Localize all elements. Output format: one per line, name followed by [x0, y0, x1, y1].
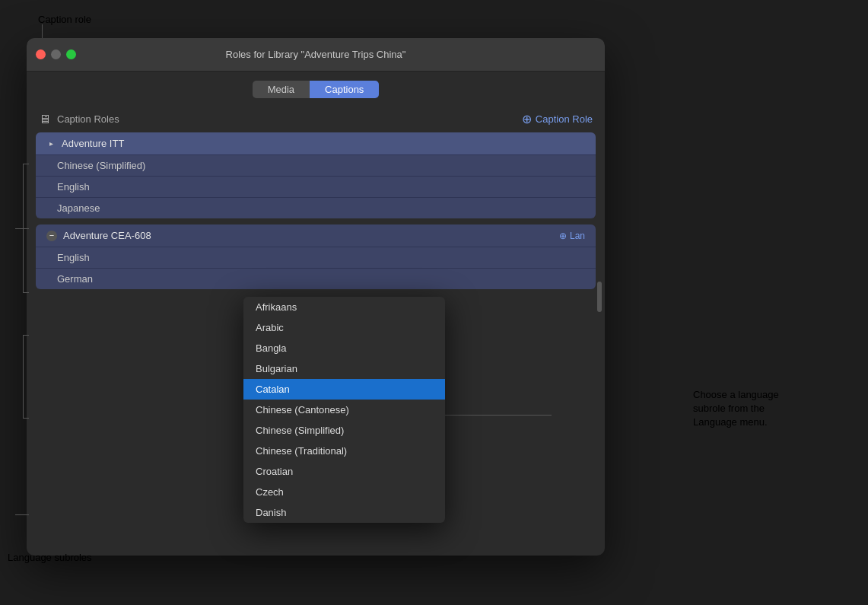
subrole-english-itt[interactable]: English — [36, 176, 596, 197]
dropdown-item-chinese-simplified[interactable]: Chinese (Simplified) — [243, 420, 445, 441]
cea-left: − Adventure CEA-608 — [46, 230, 151, 241]
callout-annotation: Choose a languagesubrole from theLanguag… — [693, 388, 822, 430]
callout-line — [445, 415, 552, 416]
role-group-adventure-itt: ▸ Adventure ITT Chinese (Simplified) Eng… — [36, 132, 596, 218]
section-header: 🖥 Caption Roles ⊕ Caption Role — [27, 106, 605, 132]
titlebar: Roles for Library "Adventure Trips China… — [27, 38, 605, 72]
role-group-header-cea[interactable]: − Adventure CEA-608 ⊕ Lan — [36, 224, 596, 247]
dropdown-item-catalan[interactable]: Catalan — [243, 379, 445, 400]
subrole-german[interactable]: German — [36, 268, 596, 289]
dropdown-item-croatian[interactable]: Croatian — [243, 461, 445, 482]
cea-add-label: Lan — [570, 231, 585, 241]
dropdown-item-bulgarian[interactable]: Bulgarian — [243, 358, 445, 379]
section-header-left: 🖥 Caption Roles — [39, 113, 119, 126]
language-dropdown: Afrikaans Arabic Bangla Bulgarian Catala… — [243, 297, 445, 523]
caption-roles-label: Caption Roles — [57, 113, 119, 125]
dropdown-item-danish[interactable]: Danish — [243, 502, 445, 523]
caption-roles-icon: 🖥 — [39, 113, 51, 126]
tabs-row: Media Captions — [27, 72, 605, 106]
dropdown-item-czech[interactable]: Czech — [243, 482, 445, 502]
tab-captions[interactable]: Captions — [310, 81, 379, 98]
bottom-connector-line — [15, 514, 29, 515]
minimize-button[interactable] — [51, 49, 61, 59]
dropdown-item-arabic[interactable]: Arabic — [243, 317, 445, 338]
cea-add-icon: ⊕ — [559, 231, 567, 241]
language-subroles-bracket — [23, 335, 29, 419]
top-connector-line — [15, 228, 29, 229]
dropdown-item-chinese-traditional[interactable]: Chinese (Traditional) — [243, 441, 445, 461]
language-subroles-annotation: Language subroles — [8, 552, 92, 563]
scrollbar[interactable] — [597, 282, 602, 312]
add-icon: ⊕ — [522, 112, 532, 126]
collapse-icon-itt: ▸ — [46, 139, 56, 148]
add-caption-role-label: Caption Role — [536, 113, 593, 125]
dropdown-item-afrikaans[interactable]: Afrikaans — [243, 297, 445, 317]
maximize-button[interactable] — [66, 49, 76, 59]
add-caption-role-btn[interactable]: ⊕ Caption Role — [522, 112, 593, 126]
subrole-japanese[interactable]: Japanese — [36, 197, 596, 218]
role-group-name-cea: Adventure CEA-608 — [63, 230, 151, 241]
subrole-english-cea[interactable]: English — [36, 247, 596, 268]
role-group-name-itt: Adventure ITT — [62, 138, 124, 149]
window-title: Roles for Library "Adventure Trips China… — [226, 49, 406, 60]
close-button[interactable] — [36, 49, 46, 59]
cea-add-btn[interactable]: ⊕ Lan — [559, 231, 585, 241]
collapse-icon-cea: − — [46, 231, 57, 241]
dropdown-item-chinese-cantonese[interactable]: Chinese (Cantonese) — [243, 400, 445, 420]
dropdown-item-bangla[interactable]: Bangla — [243, 338, 445, 358]
caption-role-annotation: Caption role — [38, 14, 91, 25]
role-group-adventure-cea: − Adventure CEA-608 ⊕ Lan English German — [36, 224, 596, 289]
tab-media[interactable]: Media — [253, 81, 310, 98]
subrole-chinese-simplified[interactable]: Chinese (Simplified) — [36, 154, 596, 176]
window-controls — [36, 49, 76, 59]
role-group-header-itt[interactable]: ▸ Adventure ITT — [36, 132, 596, 154]
